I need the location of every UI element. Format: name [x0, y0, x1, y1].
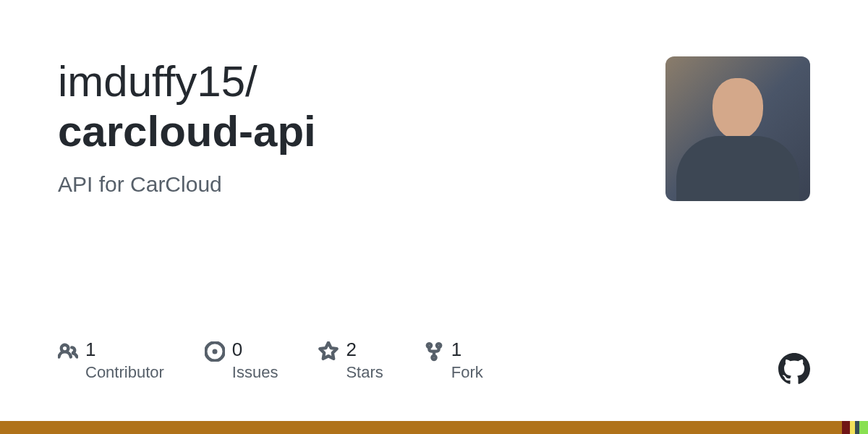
- stat-count: 2: [346, 340, 383, 359]
- repo-title: imduffy15/ carcloud-api: [58, 56, 637, 156]
- stat-count: 1: [85, 340, 164, 359]
- issue-icon: [205, 341, 225, 362]
- stat-label: Fork: [451, 363, 483, 382]
- github-icon[interactable]: [778, 353, 810, 385]
- language-segment: [850, 421, 855, 434]
- stat-contributors[interactable]: 1 Contributor: [58, 340, 164, 382]
- star-icon: [318, 341, 339, 362]
- stat-count: 0: [232, 340, 278, 359]
- repo-owner[interactable]: imduffy15: [58, 57, 245, 106]
- stat-count: 1: [451, 340, 483, 359]
- repo-separator: /: [245, 57, 258, 106]
- stat-label: Issues: [232, 363, 278, 382]
- language-segment: [0, 421, 842, 434]
- repo-description: API for CarCloud: [58, 172, 637, 197]
- stat-stars[interactable]: 2 Stars: [318, 340, 383, 382]
- stat-forks[interactable]: 1 Fork: [424, 340, 483, 382]
- language-segment: [859, 421, 868, 434]
- language-bar: [0, 421, 868, 434]
- repo-name[interactable]: carcloud-api: [58, 107, 316, 156]
- avatar[interactable]: [665, 56, 810, 201]
- stat-label: Stars: [346, 363, 383, 382]
- language-segment: [842, 421, 850, 434]
- people-icon: [58, 341, 78, 362]
- fork-icon: [424, 341, 444, 362]
- stat-label: Contributor: [85, 363, 164, 382]
- stat-issues[interactable]: 0 Issues: [205, 340, 278, 382]
- stats-row: 1 Contributor 0 Issues 2 Stars 1 Fork: [58, 340, 483, 382]
